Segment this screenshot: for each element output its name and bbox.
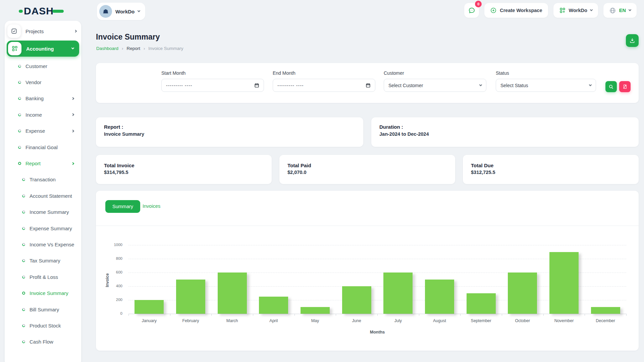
sidebar-item-report[interactable]: Report	[5, 155, 81, 171]
breadcrumb-report[interactable]: Report	[126, 46, 140, 51]
bar-february[interactable]	[176, 280, 205, 314]
download-button[interactable]	[626, 34, 639, 47]
customer-group: Customer Select Customer	[384, 70, 486, 92]
chevron-right-icon	[74, 30, 77, 33]
axis-tick	[460, 314, 461, 316]
messages-button[interactable]: 0	[464, 3, 479, 18]
page-title: Invoice Summary	[96, 33, 160, 42]
workdo-menu-button[interactable]: WorkDo	[553, 3, 598, 18]
customer-select[interactable]: Select Customer	[384, 79, 486, 92]
tab-summary[interactable]: Summary	[105, 200, 140, 213]
sidebar-item-income-vs-expense[interactable]: Income Vs Expense	[5, 236, 81, 252]
bar-september[interactable]	[467, 293, 496, 314]
breadcrumb-dashboard[interactable]: Dashboard	[96, 46, 118, 51]
bar-january[interactable]	[135, 300, 164, 314]
bar-may[interactable]	[301, 307, 330, 314]
chevron-right-icon	[71, 130, 74, 132]
axis-tick	[626, 314, 627, 316]
reset-filter-button[interactable]	[619, 81, 631, 92]
x-tick-label: November	[543, 318, 585, 323]
report-info-card: Report : Invoice Summary	[96, 117, 363, 147]
sidebar-item-projects[interactable]: Projects	[5, 24, 81, 38]
axis-tick	[585, 314, 585, 316]
sidebar-item-label: Transaction	[30, 177, 81, 182]
download-icon	[629, 38, 635, 44]
bullet-icon	[18, 129, 22, 133]
bar-july[interactable]	[383, 273, 413, 314]
sidebar-item-income-summary[interactable]: Income Summary	[5, 204, 81, 220]
chevron-down-icon	[629, 8, 631, 11]
sidebar-item-product-stock[interactable]: Product Stock	[5, 317, 81, 334]
sidebar-item-invoice-summary[interactable]: Invoice Summary	[5, 285, 81, 301]
sidebar-item-label: Vendor	[25, 79, 81, 85]
total-due-card: Total Due $312,725.5	[463, 155, 639, 184]
bar-august[interactable]	[425, 280, 454, 314]
divider	[96, 226, 639, 226]
sidebar-item-banking[interactable]: Banking	[5, 90, 81, 107]
sidebar-item-bill-summary[interactable]: Bill Summary	[5, 301, 81, 317]
workspace-avatar	[99, 5, 112, 18]
sidebar-item-label: Projects	[25, 28, 70, 34]
main-content: Invoice Summary Dashboard › Report › Inv…	[96, 21, 639, 362]
sidebar-item-label: Expense	[25, 128, 67, 134]
logo-dot-icon	[19, 10, 23, 13]
globe-icon	[609, 7, 616, 14]
sidebar-item-cash-flow[interactable]: Cash Flow	[5, 334, 81, 350]
sidebar-item-income[interactable]: Income	[5, 107, 81, 123]
axis-tick	[170, 314, 170, 316]
create-workspace-button[interactable]: Create Workspace	[484, 3, 548, 18]
apply-filter-button[interactable]	[605, 81, 617, 92]
sidebar-item-financial-goal[interactable]: Financial Goal	[5, 139, 81, 155]
language-code: EN	[619, 8, 626, 13]
bullet-icon	[22, 259, 26, 263]
sidebar-item-tax-summary[interactable]: Tax Summary	[5, 253, 81, 269]
sidebar-item-transaction[interactable]: Transaction	[5, 172, 81, 188]
create-workspace-label: Create Workspace	[500, 8, 542, 13]
messages-badge: 0	[475, 1, 482, 7]
bar-march[interactable]	[218, 273, 247, 314]
start-month-label: Start Month	[161, 70, 264, 76]
stat-label: Total Due	[471, 163, 631, 168]
bullet-icon	[22, 178, 26, 182]
bar-december[interactable]	[591, 307, 620, 314]
logo-dash-icon	[52, 10, 64, 13]
language-selector[interactable]: EN	[603, 3, 637, 18]
bar-november[interactable]	[549, 252, 579, 314]
breadcrumb-current: Invoice Summary	[148, 46, 183, 51]
axis-tick	[377, 314, 378, 316]
status-select[interactable]: Select Status	[496, 79, 596, 92]
sidebar-item-label: Invoice Summary	[30, 290, 81, 296]
bar-june[interactable]	[342, 286, 371, 314]
bar-october[interactable]	[508, 273, 537, 314]
sidebar-item-account-statement[interactable]: Account Statement	[5, 188, 81, 204]
stat-value: $312,725.5	[471, 170, 631, 175]
stat-label: Total Paid	[287, 163, 447, 168]
x-tick-label: January	[128, 318, 170, 323]
header-actions: 0 Create Workspace WorkDo EN	[464, 3, 637, 18]
sidebar-item-accounting[interactable]: Accounting	[7, 41, 79, 57]
breadcrumb-separator: ›	[122, 46, 123, 51]
bullet-icon	[22, 210, 26, 214]
bullet-icon	[18, 162, 22, 166]
start-month-input[interactable]: --------- ----	[161, 79, 264, 92]
sidebar-item-profit-loss[interactable]: Profit & Loss	[5, 269, 81, 285]
gridline-1000	[128, 245, 626, 245]
end-month-input[interactable]: --------- ----	[273, 79, 375, 92]
y-tick-label: 800	[99, 256, 122, 260]
sidebar-item-vendor[interactable]: Vendor	[5, 74, 81, 90]
sidebar-item-expense[interactable]: Expense	[5, 123, 81, 139]
sidebar-item-label: Profit & Loss	[30, 274, 81, 280]
tab-invoices[interactable]: Invoices	[143, 203, 160, 209]
y-tick-label: 0	[99, 311, 122, 315]
filter-card: Start Month --------- ---- End Month ---…	[96, 63, 639, 103]
bar-april[interactable]	[259, 297, 288, 314]
sidebar-item-customer[interactable]: Customer	[5, 58, 81, 74]
start-month-group: Start Month --------- ----	[161, 70, 264, 92]
sidebar-item-expense-summary[interactable]: Expense Summary	[5, 220, 81, 236]
workspace-switcher[interactable]: WorkDo	[97, 3, 145, 20]
bullet-icon	[22, 243, 26, 247]
x-tick-label: September	[460, 318, 502, 323]
chat-bubble-icon	[468, 7, 476, 14]
chevron-down-icon	[590, 8, 593, 11]
axis-tick	[543, 314, 544, 316]
